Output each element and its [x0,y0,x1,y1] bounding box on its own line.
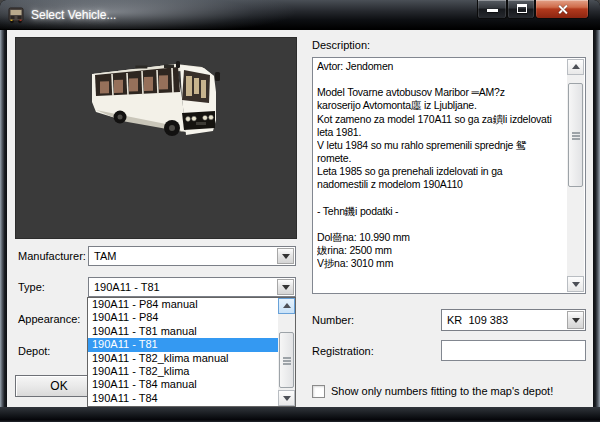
type-option[interactable]: 190A11 - P84 manual [88,298,278,311]
registration-label: Registration: [312,345,374,357]
description-textarea[interactable]: Avtor: Jendomen Model Tovarne avtobusov … [312,57,586,294]
close-icon [557,4,568,15]
thumb-grip [572,132,580,134]
select-vehicle-dialog: Select Vehicle... [0,0,600,422]
number-select[interactable]: KR 109 383 [441,309,586,331]
chevron-down-icon [283,396,291,401]
type-option[interactable]: 190A11 - T81 [88,338,278,351]
depot-filter-checkbox[interactable] [312,385,325,398]
chevron-down-icon [572,282,580,287]
window-border-right [593,30,600,407]
manufacturer-label: Manufacturer: [18,250,86,262]
number-value: KR 109 383 [447,314,508,326]
scroll-thumb[interactable] [279,332,294,388]
minimize-button[interactable] [477,0,507,19]
depot-label: Depot: [18,345,50,357]
type-option[interactable]: 190A11 - T84 [88,392,278,405]
bus-preview-image [88,58,222,146]
depot-filter-label[interactable]: Show only numbers fitting to the map's d… [331,385,553,397]
chevron-down-icon [282,254,290,259]
description-text: Avtor: Jendomen Model Tovarne avtobusov … [317,60,566,291]
window-border-bottom [0,407,600,422]
type-option-list: 190A11 - P84 manual190A11 - P84190A11 - … [88,298,278,406]
type-label: Type: [18,281,45,293]
type-option[interactable]: 190A11 - T81 manual [88,325,278,338]
thumb-grip [283,357,291,359]
maximize-icon [517,4,527,13]
scroll-up-button[interactable] [278,298,295,314]
chevron-down-icon [572,318,580,323]
titlebar: Select Vehicle... [0,0,600,30]
window-border-left [0,30,7,407]
scroll-down-button[interactable] [278,390,295,406]
type-value: 190A11 - T81 [94,281,160,293]
bus-icon [7,6,25,24]
type-option[interactable]: 190A11 - P84 [88,311,278,324]
window-title: Select Vehicle... [31,8,116,22]
type-option[interactable]: 190A11 - T84 manual [88,378,278,391]
scroll-down-button[interactable] [567,276,584,292]
appearance-label: Appearance: [18,313,80,325]
minimize-icon [487,9,498,12]
manufacturer-value: TAM [94,250,116,262]
type-select[interactable]: 190A11 - T81 [88,277,296,297]
registration-input[interactable] [441,340,586,361]
scroll-thumb[interactable] [568,83,583,187]
type-dropdown-button[interactable] [277,279,294,295]
scroll-up-button[interactable] [567,59,584,75]
description-label: Description: [312,39,370,51]
chevron-down-icon [282,285,290,290]
description-scrollbar[interactable] [567,59,584,292]
chevron-up-icon [572,64,580,69]
type-option[interactable]: 190A11 - T82_klima manual [88,352,278,365]
chevron-up-icon [283,303,291,308]
close-button[interactable] [535,0,589,19]
number-label: Number: [312,314,354,326]
manufacturer-dropdown-button[interactable] [277,248,294,264]
manufacturer-select[interactable]: TAM [88,246,296,266]
number-dropdown-button[interactable] [567,311,584,329]
type-dropdown-list: 190A11 - P84 manual190A11 - P84190A11 - … [87,297,296,407]
maximize-button[interactable] [507,0,535,19]
type-list-scrollbar[interactable] [278,298,295,406]
type-option[interactable]: 190A11 - T82_klima [88,365,278,378]
